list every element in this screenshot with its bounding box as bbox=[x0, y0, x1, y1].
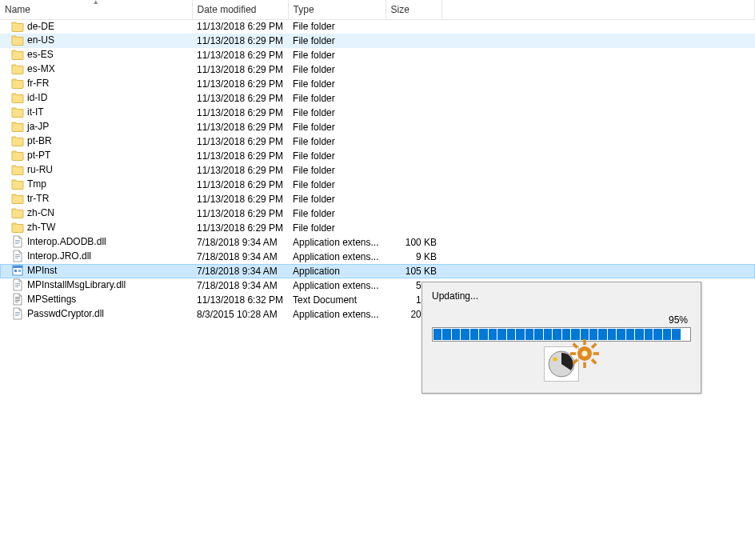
svg-rect-12 bbox=[15, 286, 18, 287]
table-row[interactable]: pt-PT11/13/2018 6:29 PMFile folder bbox=[0, 149, 755, 163]
file-name: es-MX bbox=[27, 63, 55, 74]
size-cell bbox=[385, 178, 441, 192]
file-name: PasswdCryptor.dll bbox=[27, 308, 104, 319]
size-cell: 100 KB bbox=[385, 235, 441, 250]
progress-percent: 95% bbox=[432, 314, 691, 326]
folder-icon bbox=[11, 20, 24, 33]
table-row[interactable]: Interop.ADODB.dll7/18/2018 9:34 AMApplic… bbox=[0, 235, 755, 250]
table-row[interactable]: id-ID11/13/2018 6:29 PMFile folder bbox=[0, 91, 755, 106]
table-row[interactable]: Interop.JRO.dll7/18/2018 9:34 AMApplicat… bbox=[0, 250, 755, 264]
name-cell[interactable]: id-ID bbox=[0, 91, 192, 104]
name-cell[interactable]: es-ES bbox=[0, 48, 192, 61]
name-cell[interactable]: it-IT bbox=[0, 106, 192, 118]
svg-rect-11 bbox=[15, 285, 20, 286]
file-name: id-ID bbox=[27, 92, 47, 103]
svg-rect-3 bbox=[15, 254, 20, 255]
file-name: Tmp bbox=[27, 178, 46, 190]
table-row[interactable]: Tmp11/13/2018 6:29 PMFile folder bbox=[0, 178, 755, 192]
name-cell[interactable]: en-US bbox=[0, 34, 192, 46]
table-row[interactable]: zh-CN11/13/2018 6:29 PMFile folder bbox=[0, 206, 755, 221]
name-cell[interactable]: ja-JP bbox=[0, 120, 192, 133]
type-cell: Application extens... bbox=[288, 235, 385, 250]
type-cell: File folder bbox=[288, 178, 385, 192]
name-cell[interactable]: MPInstallMsgLibrary.dll bbox=[0, 278, 192, 291]
type-cell: File folder bbox=[288, 120, 385, 134]
name-cell[interactable]: Interop.ADODB.dll bbox=[0, 235, 192, 248]
name-cell[interactable]: MPInst bbox=[0, 264, 192, 277]
table-row[interactable]: fr-FR11/13/2018 6:29 PMFile folder bbox=[0, 77, 755, 91]
svg-rect-10 bbox=[15, 283, 20, 284]
table-row[interactable]: de-DE11/13/2018 6:29 PMFile folder bbox=[0, 19, 755, 34]
progress-segment bbox=[507, 329, 515, 340]
file-name: pt-PT bbox=[27, 150, 50, 161]
table-row[interactable]: zh-TW11/13/2018 6:29 PMFile folder bbox=[0, 221, 755, 235]
size-cell: 9 KB bbox=[385, 250, 441, 264]
name-cell[interactable]: zh-TW bbox=[0, 221, 192, 234]
file-name: MPInst bbox=[27, 265, 57, 276]
date-cell: 7/18/2018 9:34 AM bbox=[192, 250, 288, 264]
column-header-type[interactable]: Type bbox=[288, 0, 385, 19]
name-cell[interactable]: Tmp bbox=[0, 178, 192, 190]
column-header-date[interactable]: Date modified bbox=[192, 0, 288, 19]
table-row[interactable]: tr-TR11/13/2018 6:29 PMFile folder bbox=[0, 192, 755, 206]
table-row[interactable]: it-IT11/13/2018 6:29 PMFile folder bbox=[0, 106, 755, 120]
svg-rect-24 bbox=[583, 362, 586, 368]
name-cell[interactable]: pt-PT bbox=[0, 149, 192, 162]
size-cell bbox=[385, 19, 441, 34]
type-cell: File folder bbox=[288, 91, 385, 106]
table-row[interactable]: en-US11/13/2018 6:29 PMFile folder bbox=[0, 34, 755, 48]
progress-segment bbox=[581, 329, 589, 340]
file-name: de-DE bbox=[27, 21, 54, 32]
date-cell: 11/13/2018 6:29 PM bbox=[192, 149, 288, 163]
name-cell[interactable]: ru-RU bbox=[0, 163, 192, 176]
date-cell: 11/13/2018 6:29 PM bbox=[192, 19, 288, 34]
date-cell: 11/13/2018 6:29 PM bbox=[192, 106, 288, 120]
name-cell[interactable]: MPSettings bbox=[0, 293, 192, 306]
progress-segment bbox=[525, 329, 533, 340]
progress-segment bbox=[452, 329, 460, 340]
sort-ascending-icon: ▲ bbox=[93, 0, 99, 6]
column-header-row: Name ▲ Date modified Type Size bbox=[0, 0, 755, 19]
date-cell: 11/13/2018 6:29 PM bbox=[192, 178, 288, 192]
table-row[interactable]: ru-RU11/13/2018 6:29 PMFile folder bbox=[0, 163, 755, 178]
file-name: fr-FR bbox=[27, 78, 49, 89]
name-cell[interactable]: es-MX bbox=[0, 62, 192, 75]
type-cell: File folder bbox=[288, 77, 385, 91]
table-row[interactable]: ja-JP11/13/2018 6:29 PMFile folder bbox=[0, 120, 755, 134]
folder-icon bbox=[11, 192, 24, 205]
table-row[interactable]: pt-BR11/13/2018 6:29 PMFile folder bbox=[0, 134, 755, 149]
type-cell: File folder bbox=[288, 134, 385, 149]
name-cell[interactable]: zh-CN bbox=[0, 206, 192, 219]
size-cell bbox=[385, 34, 441, 48]
folder-icon bbox=[11, 206, 24, 219]
folder-icon bbox=[11, 120, 24, 133]
type-cell: File folder bbox=[288, 34, 385, 48]
name-cell[interactable]: tr-TR bbox=[0, 192, 192, 205]
name-cell[interactable]: Interop.JRO.dll bbox=[0, 250, 192, 262]
date-cell: 11/13/2018 6:29 PM bbox=[192, 163, 288, 178]
progress-segment bbox=[617, 329, 625, 340]
column-label: Date modified bbox=[198, 4, 257, 15]
folder-icon bbox=[11, 163, 24, 176]
type-cell: File folder bbox=[288, 48, 385, 62]
column-header-name[interactable]: Name ▲ bbox=[0, 0, 192, 19]
table-row[interactable]: MPInst7/18/2018 9:34 AMApplication105 KB bbox=[0, 264, 755, 278]
svg-rect-13 bbox=[15, 297, 20, 298]
file-name: MPSettings bbox=[27, 294, 76, 305]
name-cell[interactable]: pt-BR bbox=[0, 134, 192, 147]
progress-segment bbox=[626, 329, 634, 340]
progress-segment bbox=[672, 329, 680, 340]
svg-rect-9 bbox=[18, 270, 21, 272]
name-cell[interactable]: PasswdCryptor.dll bbox=[0, 307, 192, 320]
type-cell: File folder bbox=[288, 206, 385, 221]
table-row[interactable]: es-ES11/13/2018 6:29 PMFile folder bbox=[0, 48, 755, 62]
svg-rect-23 bbox=[583, 339, 586, 345]
name-cell[interactable]: fr-FR bbox=[0, 77, 192, 90]
progress-segment bbox=[571, 329, 579, 340]
name-cell[interactable]: de-DE bbox=[0, 20, 192, 33]
column-header-size[interactable]: Size bbox=[385, 0, 441, 19]
type-cell: File folder bbox=[288, 106, 385, 120]
file-name: MPInstallMsgLibrary.dll bbox=[27, 279, 126, 290]
file-icon bbox=[11, 278, 24, 291]
table-row[interactable]: es-MX11/13/2018 6:29 PMFile folder bbox=[0, 62, 755, 77]
